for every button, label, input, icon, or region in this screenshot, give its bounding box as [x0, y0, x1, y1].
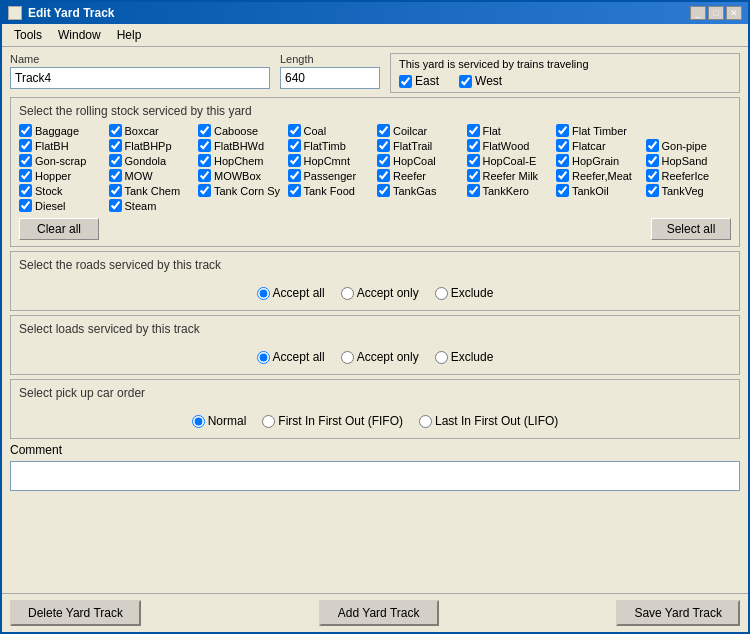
- list-item[interactable]: Tank Corn Sy: [198, 184, 284, 197]
- west-label: West: [475, 74, 502, 88]
- list-item[interactable]: FlatBHPp: [109, 139, 195, 152]
- list-item[interactable]: HopSand: [646, 154, 732, 167]
- title-bar: Edit Yard Track _ □ ✕: [2, 2, 748, 24]
- list-item[interactable]: MOWBox: [198, 169, 284, 182]
- loads-accept-only-label: Accept only: [357, 350, 419, 364]
- list-item[interactable]: Baggage: [19, 124, 105, 137]
- menu-window[interactable]: Window: [50, 26, 109, 44]
- list-item[interactable]: Coal: [288, 124, 374, 137]
- list-item[interactable]: Steam: [109, 199, 195, 212]
- list-item[interactable]: Gon-pipe: [646, 139, 732, 152]
- comment-input[interactable]: [10, 461, 740, 491]
- clear-all-button[interactable]: Clear all: [19, 218, 99, 240]
- east-checkbox-label[interactable]: East: [399, 74, 439, 88]
- pickup-lifo[interactable]: Last In First Out (LIFO): [419, 414, 558, 428]
- west-checkbox-label[interactable]: West: [459, 74, 502, 88]
- loads-exclude[interactable]: Exclude: [435, 350, 494, 364]
- list-item[interactable]: FlatBH: [19, 139, 105, 152]
- list-item[interactable]: TankKero: [467, 184, 553, 197]
- pickup-normal-label: Normal: [208, 414, 247, 428]
- list-item[interactable]: MOW: [109, 169, 195, 182]
- list-item[interactable]: HopCoal: [377, 154, 463, 167]
- top-row: Name Length This yard is serviced by tra…: [10, 53, 740, 93]
- loads-title: Select loads serviced by this track: [19, 322, 731, 336]
- roads-exclude[interactable]: Exclude: [435, 286, 494, 300]
- pickup-radio-row: Normal First In First Out (FIFO) Last In…: [19, 406, 731, 432]
- roads-accept-all[interactable]: Accept all: [257, 286, 325, 300]
- rolling-title: Select the rolling stock serviced by thi…: [19, 104, 731, 118]
- list-item[interactable]: Gon-scrap: [19, 154, 105, 167]
- list-item[interactable]: FlatTimb: [288, 139, 374, 152]
- east-label: East: [415, 74, 439, 88]
- rolling-section: Select the rolling stock serviced by thi…: [10, 97, 740, 247]
- roads-accept-only-label: Accept only: [357, 286, 419, 300]
- list-item[interactable]: Flat: [467, 124, 553, 137]
- add-yard-track-button[interactable]: Add Yard Track: [319, 600, 439, 626]
- name-input[interactable]: [10, 67, 270, 89]
- length-label: Length: [280, 53, 380, 65]
- menu-tools[interactable]: Tools: [6, 26, 50, 44]
- loads-accept-only[interactable]: Accept only: [341, 350, 419, 364]
- roads-accept-only[interactable]: Accept only: [341, 286, 419, 300]
- list-item[interactable]: Tank Chem: [109, 184, 195, 197]
- save-yard-track-button[interactable]: Save Yard Track: [616, 600, 740, 626]
- menu-bar: Tools Window Help: [2, 24, 748, 47]
- east-checkbox[interactable]: [399, 75, 412, 88]
- menu-help[interactable]: Help: [109, 26, 150, 44]
- loads-exclude-label: Exclude: [451, 350, 494, 364]
- window: Edit Yard Track _ □ ✕ Tools Window Help …: [0, 0, 750, 634]
- close-button[interactable]: ✕: [726, 6, 742, 20]
- list-item[interactable]: ReeferIce: [646, 169, 732, 182]
- list-item[interactable]: TankGas: [377, 184, 463, 197]
- main-content: Name Length This yard is serviced by tra…: [2, 47, 748, 593]
- rolling-grid: Baggage Boxcar Caboose Coal Coilcar Flat…: [19, 124, 731, 212]
- name-label: Name: [10, 53, 270, 65]
- list-item[interactable]: Boxcar: [109, 124, 195, 137]
- list-item[interactable]: Stock: [19, 184, 105, 197]
- pickup-fifo[interactable]: First In First Out (FIFO): [262, 414, 403, 428]
- list-item[interactable]: HopCoal-E: [467, 154, 553, 167]
- minimize-button[interactable]: _: [690, 6, 706, 20]
- rolling-btn-row: Clear all Select all: [19, 218, 731, 240]
- list-item[interactable]: FlatTrail: [377, 139, 463, 152]
- list-item[interactable]: FlatWood: [467, 139, 553, 152]
- list-item[interactable]: TankVeg: [646, 184, 732, 197]
- footer-buttons: Delete Yard Track Add Yard Track Save Ya…: [2, 593, 748, 632]
- list-item[interactable]: Tank Food: [288, 184, 374, 197]
- list-item[interactable]: HopGrain: [556, 154, 642, 167]
- list-item[interactable]: Coilcar: [377, 124, 463, 137]
- length-input[interactable]: [280, 67, 380, 89]
- select-all-button[interactable]: Select all: [651, 218, 731, 240]
- list-item[interactable]: Reefer: [377, 169, 463, 182]
- list-item[interactable]: HopChem: [198, 154, 284, 167]
- maximize-button[interactable]: □: [708, 6, 724, 20]
- name-group: Name: [10, 53, 270, 89]
- list-item[interactable]: Reefer,Meat: [556, 169, 642, 182]
- list-item[interactable]: FlatBHWd: [198, 139, 284, 152]
- list-item[interactable]: Caboose: [198, 124, 284, 137]
- roads-exclude-label: Exclude: [451, 286, 494, 300]
- loads-accept-all[interactable]: Accept all: [257, 350, 325, 364]
- loads-accept-all-label: Accept all: [273, 350, 325, 364]
- list-item[interactable]: Hopper: [19, 169, 105, 182]
- pickup-lifo-label: Last In First Out (LIFO): [435, 414, 558, 428]
- list-item[interactable]: HopCmnt: [288, 154, 374, 167]
- pickup-title: Select pick up car order: [19, 386, 731, 400]
- list-item[interactable]: Reefer Milk: [467, 169, 553, 182]
- roads-title: Select the roads serviced by this track: [19, 258, 731, 272]
- list-item[interactable]: Passenger: [288, 169, 374, 182]
- loads-section: Select loads serviced by this track Acce…: [10, 315, 740, 375]
- travel-group: This yard is serviced by trains travelin…: [390, 53, 740, 93]
- list-item[interactable]: Flat Timber: [556, 124, 731, 137]
- window-title: Edit Yard Track: [28, 6, 115, 20]
- pickup-normal[interactable]: Normal: [192, 414, 247, 428]
- list-item[interactable]: TankOil: [556, 184, 642, 197]
- comment-label: Comment: [10, 443, 740, 457]
- west-checkbox[interactable]: [459, 75, 472, 88]
- list-item[interactable]: Flatcar: [556, 139, 642, 152]
- delete-yard-track-button[interactable]: Delete Yard Track: [10, 600, 141, 626]
- comment-section: Comment: [10, 443, 740, 491]
- list-item[interactable]: Gondola: [109, 154, 195, 167]
- roads-section: Select the roads serviced by this track …: [10, 251, 740, 311]
- list-item[interactable]: Diesel: [19, 199, 105, 212]
